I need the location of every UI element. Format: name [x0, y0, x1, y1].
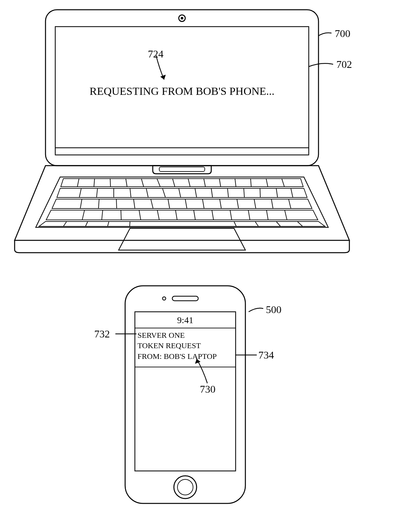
ref-734: 734: [258, 349, 274, 361]
ref-732: 732: [94, 328, 110, 340]
ref-500: 500: [266, 304, 281, 316]
ref-730: 730: [200, 383, 215, 395]
